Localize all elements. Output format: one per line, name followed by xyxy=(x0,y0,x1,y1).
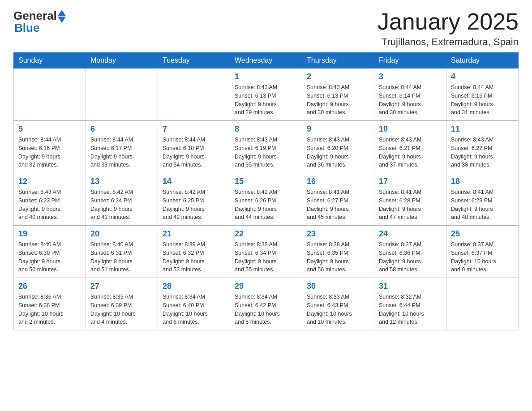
day-number: 23 xyxy=(307,229,369,239)
day-number: 13 xyxy=(90,177,153,186)
day-number: 10 xyxy=(379,124,442,134)
day-number: 3 xyxy=(379,72,442,81)
day-info: Sunrise: 8:44 AM Sunset: 6:17 PM Dayligh… xyxy=(90,136,153,169)
calendar-day-cell: 10Sunrise: 8:43 AM Sunset: 6:21 PM Dayli… xyxy=(374,121,446,173)
day-number: 27 xyxy=(90,282,153,291)
calendar-day-cell: 15Sunrise: 8:42 AM Sunset: 6:26 PM Dayli… xyxy=(230,173,302,226)
empty-cell xyxy=(86,68,158,121)
calendar-day-cell: 24Sunrise: 8:37 AM Sunset: 6:36 PM Dayli… xyxy=(374,226,446,278)
day-number: 26 xyxy=(18,282,81,291)
column-header-monday: Monday xyxy=(86,53,158,68)
calendar-day-cell: 28Sunrise: 8:34 AM Sunset: 6:40 PM Dayli… xyxy=(158,278,230,330)
day-info: Sunrise: 8:35 AM Sunset: 6:39 PM Dayligh… xyxy=(90,293,153,326)
day-number: 8 xyxy=(235,124,297,134)
day-info: Sunrise: 8:37 AM Sunset: 6:36 PM Dayligh… xyxy=(379,240,442,274)
day-number: 17 xyxy=(379,177,442,186)
day-number: 20 xyxy=(90,229,153,239)
calendar-day-cell: 22Sunrise: 8:38 AM Sunset: 6:34 PM Dayli… xyxy=(230,226,302,278)
calendar-day-cell: 27Sunrise: 8:35 AM Sunset: 6:39 PM Dayli… xyxy=(86,278,158,330)
calendar-week-row: 5Sunrise: 8:44 AM Sunset: 6:16 PM Daylig… xyxy=(14,121,519,173)
calendar-day-cell: 18Sunrise: 8:41 AM Sunset: 6:29 PM Dayli… xyxy=(446,173,519,226)
logo-triangle-up xyxy=(58,10,66,16)
day-info: Sunrise: 8:39 AM Sunset: 6:32 PM Dayligh… xyxy=(163,240,225,274)
calendar-day-cell: 29Sunrise: 8:34 AM Sunset: 6:42 PM Dayli… xyxy=(230,278,302,330)
calendar-day-cell: 12Sunrise: 8:43 AM Sunset: 6:23 PM Dayli… xyxy=(14,173,86,226)
calendar-day-cell: 5Sunrise: 8:44 AM Sunset: 6:16 PM Daylig… xyxy=(14,121,86,173)
empty-cell xyxy=(446,278,519,330)
calendar-day-cell: 21Sunrise: 8:39 AM Sunset: 6:32 PM Dayli… xyxy=(158,226,230,278)
calendar-table: SundayMondayTuesdayWednesdayThursdayFrid… xyxy=(13,52,519,330)
calendar-day-cell: 16Sunrise: 8:41 AM Sunset: 6:27 PM Dayli… xyxy=(302,173,374,226)
day-number: 14 xyxy=(163,177,225,186)
day-number: 28 xyxy=(163,282,225,291)
day-number: 25 xyxy=(451,229,514,239)
calendar-day-cell: 17Sunrise: 8:41 AM Sunset: 6:28 PM Dayli… xyxy=(374,173,446,226)
calendar-day-cell: 26Sunrise: 8:36 AM Sunset: 6:38 PM Dayli… xyxy=(14,278,86,330)
day-info: Sunrise: 8:38 AM Sunset: 6:35 PM Dayligh… xyxy=(307,240,369,274)
column-header-saturday: Saturday xyxy=(446,53,519,68)
day-number: 15 xyxy=(235,177,297,186)
calendar-header-row: SundayMondayTuesdayWednesdayThursdayFrid… xyxy=(14,53,519,68)
day-number: 16 xyxy=(307,177,369,186)
calendar-week-row: 12Sunrise: 8:43 AM Sunset: 6:23 PM Dayli… xyxy=(14,173,519,226)
day-number: 9 xyxy=(307,124,369,134)
day-info: Sunrise: 8:44 AM Sunset: 6:18 PM Dayligh… xyxy=(163,136,225,169)
day-info: Sunrise: 8:44 AM Sunset: 6:16 PM Dayligh… xyxy=(18,136,81,169)
day-info: Sunrise: 8:33 AM Sunset: 6:43 PM Dayligh… xyxy=(307,293,369,326)
calendar-day-cell: 2Sunrise: 8:43 AM Sunset: 6:13 PM Daylig… xyxy=(302,68,374,121)
day-number: 24 xyxy=(379,229,442,239)
day-number: 7 xyxy=(163,124,225,134)
calendar-week-row: 19Sunrise: 8:40 AM Sunset: 6:30 PM Dayli… xyxy=(14,226,519,278)
day-number: 29 xyxy=(235,282,297,291)
calendar-week-row: 26Sunrise: 8:36 AM Sunset: 6:38 PM Dayli… xyxy=(14,278,519,330)
day-number: 21 xyxy=(163,229,225,239)
day-info: Sunrise: 8:34 AM Sunset: 6:40 PM Dayligh… xyxy=(163,293,225,326)
calendar-day-cell: 13Sunrise: 8:42 AM Sunset: 6:24 PM Dayli… xyxy=(86,173,158,226)
day-number: 19 xyxy=(18,229,81,239)
day-number: 4 xyxy=(451,72,514,81)
calendar-day-cell: 19Sunrise: 8:40 AM Sunset: 6:30 PM Dayli… xyxy=(14,226,86,278)
day-number: 2 xyxy=(307,72,369,81)
empty-cell xyxy=(158,68,230,121)
day-info: Sunrise: 8:42 AM Sunset: 6:26 PM Dayligh… xyxy=(235,188,297,222)
day-info: Sunrise: 8:43 AM Sunset: 6:13 PM Dayligh… xyxy=(235,83,297,117)
day-info: Sunrise: 8:37 AM Sunset: 6:37 PM Dayligh… xyxy=(451,240,514,274)
day-info: Sunrise: 8:41 AM Sunset: 6:28 PM Dayligh… xyxy=(379,188,442,222)
calendar-day-cell: 4Sunrise: 8:44 AM Sunset: 6:15 PM Daylig… xyxy=(446,68,519,121)
calendar-day-cell: 20Sunrise: 8:40 AM Sunset: 6:31 PM Dayli… xyxy=(86,226,158,278)
calendar-day-cell: 7Sunrise: 8:44 AM Sunset: 6:18 PM Daylig… xyxy=(158,121,230,173)
day-info: Sunrise: 8:43 AM Sunset: 6:19 PM Dayligh… xyxy=(235,136,297,169)
day-info: Sunrise: 8:44 AM Sunset: 6:15 PM Dayligh… xyxy=(451,83,514,117)
day-info: Sunrise: 8:42 AM Sunset: 6:24 PM Dayligh… xyxy=(90,188,153,222)
calendar-day-cell: 6Sunrise: 8:44 AM Sunset: 6:17 PM Daylig… xyxy=(86,121,158,173)
calendar-day-cell: 1Sunrise: 8:43 AM Sunset: 6:13 PM Daylig… xyxy=(230,68,302,121)
day-info: Sunrise: 8:40 AM Sunset: 6:31 PM Dayligh… xyxy=(90,240,153,274)
day-number: 11 xyxy=(451,124,514,134)
day-number: 18 xyxy=(451,177,514,186)
logo-triangle-down xyxy=(58,17,66,23)
column-header-thursday: Thursday xyxy=(302,53,374,68)
calendar-day-cell: 3Sunrise: 8:44 AM Sunset: 6:14 PM Daylig… xyxy=(374,68,446,121)
calendar-day-cell: 31Sunrise: 8:32 AM Sunset: 6:44 PM Dayli… xyxy=(374,278,446,330)
empty-cell xyxy=(14,68,86,121)
calendar-day-cell: 23Sunrise: 8:38 AM Sunset: 6:35 PM Dayli… xyxy=(302,226,374,278)
location-title: Trujillanos, Extremadura, Spain xyxy=(378,36,519,48)
column-header-sunday: Sunday xyxy=(14,53,86,68)
day-info: Sunrise: 8:40 AM Sunset: 6:30 PM Dayligh… xyxy=(18,240,81,274)
calendar-day-cell: 8Sunrise: 8:43 AM Sunset: 6:19 PM Daylig… xyxy=(230,121,302,173)
day-info: Sunrise: 8:43 AM Sunset: 6:22 PM Dayligh… xyxy=(451,136,514,169)
title-section: January 2025 Trujillanos, Extremadura, S… xyxy=(378,9,519,48)
day-info: Sunrise: 8:43 AM Sunset: 6:13 PM Dayligh… xyxy=(307,83,369,117)
calendar-day-cell: 11Sunrise: 8:43 AM Sunset: 6:22 PM Dayli… xyxy=(446,121,519,173)
page-header: General Blue January 2025 Trujillanos, E… xyxy=(13,9,519,48)
day-info: Sunrise: 8:44 AM Sunset: 6:14 PM Dayligh… xyxy=(379,83,442,117)
day-number: 6 xyxy=(90,124,153,134)
day-info: Sunrise: 8:41 AM Sunset: 6:27 PM Dayligh… xyxy=(307,188,369,222)
day-number: 30 xyxy=(307,282,369,291)
column-header-wednesday: Wednesday xyxy=(230,53,302,68)
calendar-day-cell: 14Sunrise: 8:42 AM Sunset: 6:25 PM Dayli… xyxy=(158,173,230,226)
day-info: Sunrise: 8:41 AM Sunset: 6:29 PM Dayligh… xyxy=(451,188,514,222)
day-info: Sunrise: 8:43 AM Sunset: 6:20 PM Dayligh… xyxy=(307,136,369,169)
calendar-day-cell: 30Sunrise: 8:33 AM Sunset: 6:43 PM Dayli… xyxy=(302,278,374,330)
day-number: 31 xyxy=(379,282,442,291)
